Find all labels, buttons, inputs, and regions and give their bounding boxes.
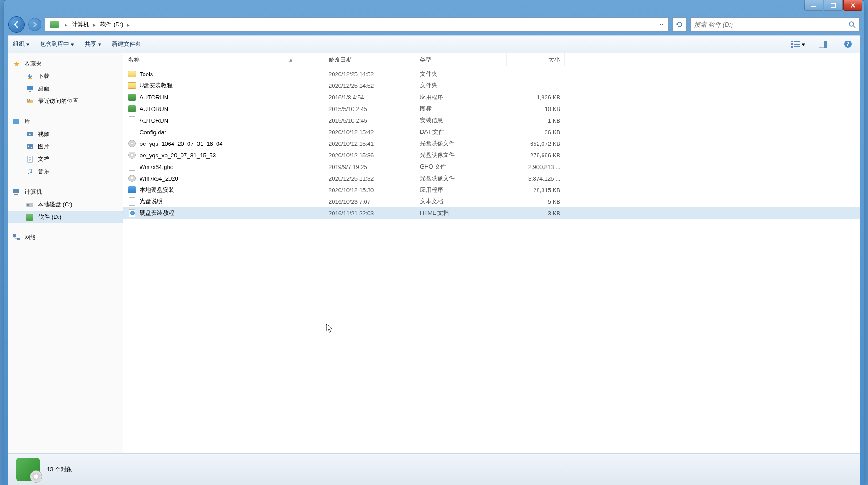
file-icon [128,197,136,206]
file-type: GHO 文件 [415,163,507,171]
minimize-button[interactable] [804,0,823,11]
chevron-down-icon: ▾ [98,41,101,48]
sidebar-item-label: 音乐 [38,168,49,176]
sidebar-item-label: 收藏夹 [25,60,42,68]
sidebar-documents[interactable]: 文档 [8,153,123,165]
view-menu[interactable]: ▾ [791,38,805,50]
file-name: Win7x64_2020 [140,175,178,182]
sidebar-music[interactable]: 音乐 [8,165,123,178]
file-row[interactable]: Win7x64_20202020/12/25 11:32光盘映像文件3,874,… [123,173,860,184]
search-bar[interactable] [690,17,860,32]
file-type: 安装信息 [415,116,507,124]
column-label: 类型 [420,56,432,64]
sidebar-favorites[interactable]: ★ 收藏夹 [8,58,123,70]
new-folder-label: 新建文件夹 [112,40,141,48]
search-input[interactable] [694,21,848,28]
content-area: ★ 收藏夹 下载 桌面 [8,53,860,453]
preview-pane-button[interactable] [816,38,830,50]
sidebar-downloads[interactable]: 下载 [8,70,123,82]
file-row[interactable]: AUTORUN2016/1/8 4:54应用程序1,926 KB [123,91,860,103]
new-folder-button[interactable]: 新建文件夹 [112,40,141,48]
address-dropdown[interactable] [656,18,666,31]
svg-rect-13 [28,78,32,79]
file-size: 1 KB [507,117,565,124]
column-headers: 名称 ▴ 修改日期 类型 大小 [123,53,860,66]
svg-rect-5 [791,43,793,45]
file-name: Tools [140,71,153,78]
include-library-menu[interactable]: 包含到库中 ▾ [40,40,74,48]
file-size: 36 KB [507,129,565,136]
window-controls [804,0,862,11]
status-bar: 13 个对象 [8,453,860,485]
close-icon [850,2,856,8]
network-icon [12,233,21,242]
column-date[interactable]: 修改日期 [324,53,415,66]
file-name: pe_yqs_1064_20_07_31_16_04 [140,140,223,147]
sidebar-software-d[interactable]: 软件 (D:) [8,211,123,223]
sidebar-local-c[interactable]: 本地磁盘 (C:) [8,198,123,211]
file-row[interactable]: 硬盘安装教程2016/11/21 22:03HTML 文档3 KB [123,207,860,219]
share-menu[interactable]: 共享 ▾ [85,40,101,48]
titlebar[interactable] [4,0,864,14]
sidebar-computer[interactable]: 计算机 [8,186,123,198]
address-bar[interactable]: ▸ 计算机 ▸ 软件 (D:) ▸ [45,17,669,32]
close-button[interactable] [843,0,862,11]
svg-rect-8 [794,46,800,47]
breadcrumb-computer[interactable]: 计算机 [69,18,92,31]
file-name: AUTORUN [140,106,168,112]
column-type[interactable]: 类型 [415,53,507,66]
file-date: 2015/5/10 2:45 [324,117,415,124]
file-row[interactable]: pe_yqs_1064_20_07_31_16_042020/10/12 15:… [123,138,860,149]
sidebar-item-label: 图片 [38,143,49,151]
file-row[interactable]: Tools2020/12/25 14:52文件夹 [123,68,860,80]
file-name: AUTORUN [140,117,168,124]
file-row[interactable]: pe_yqs_xp_20_07_31_15_532020/10/12 15:36… [123,149,860,161]
file-row[interactable]: 光盘说明2016/10/23 7:07文本文档5 KB [123,196,860,207]
file-size: 652,072 KB [507,140,565,147]
svg-point-25 [28,173,29,174]
file-list-pane[interactable]: 名称 ▴ 修改日期 类型 大小 Tools2020/12/25 14:52文件夹… [123,53,860,453]
navigation-pane: ★ 收藏夹 下载 桌面 [8,53,123,453]
svg-rect-0 [811,6,816,7]
file-icon [128,116,136,124]
svg-rect-32 [17,238,20,240]
sidebar-pictures[interactable]: 图片 [8,140,123,153]
forward-button[interactable] [28,18,41,31]
file-name: Config.dat [140,129,166,136]
back-button[interactable] [8,16,25,33]
refresh-button[interactable] [672,17,687,32]
chevron-down-icon [659,22,664,27]
maximize-button[interactable] [824,0,843,11]
file-date: 2019/9/7 19:25 [324,164,415,170]
organize-menu[interactable]: 组织 ▾ [13,40,29,48]
column-size[interactable]: 大小 [507,53,565,66]
sidebar-libraries[interactable]: 库 [8,115,123,128]
sidebar-videos[interactable]: 视频 [8,128,123,140]
sidebar-network[interactable]: 网络 [8,231,123,244]
drive-status-icon [16,458,40,481]
sidebar-item-label: 本地磁盘 (C:) [38,201,72,209]
disc-icon [128,151,136,159]
column-name[interactable]: 名称 ▴ [123,53,324,66]
chevron-right-icon[interactable]: ▸ [126,21,132,28]
svg-rect-14 [27,86,33,90]
file-row[interactable]: Config.dat2020/10/12 15:42DAT 文件36 KB [123,126,860,138]
file-row[interactable]: U盘安装教程2020/12/25 14:52文件夹 [123,80,860,91]
breadcrumb-root[interactable] [47,18,63,31]
file-row[interactable]: 本地硬盘安装2020/10/12 15:30应用程序28,315 KB [123,184,860,196]
breadcrumb-drive[interactable]: 软件 (D:) [98,18,126,31]
column-label: 名称 [128,56,140,64]
help-button[interactable]: ? [841,38,855,50]
sidebar-desktop[interactable]: 桌面 [8,82,123,95]
column-label: 修改日期 [329,56,352,64]
file-row[interactable]: AUTORUN2015/5/10 2:45安装信息1 KB [123,115,860,126]
file-row[interactable]: Win7x64.gho2019/9/7 19:25GHO 文件2,900,813… [123,161,860,173]
svg-point-2 [849,22,854,26]
sidebar-recent[interactable]: 最近访问的位置 [8,95,123,107]
file-type: 光盘映像文件 [415,140,507,148]
forward-arrow-icon [32,21,38,28]
file-row[interactable]: AUTORUN2015/5/10 2:45图标10 KB [123,103,860,115]
chevron-right-icon[interactable]: ▸ [63,21,69,28]
include-library-label: 包含到库中 [40,40,69,48]
chevron-right-icon[interactable]: ▸ [92,21,98,28]
